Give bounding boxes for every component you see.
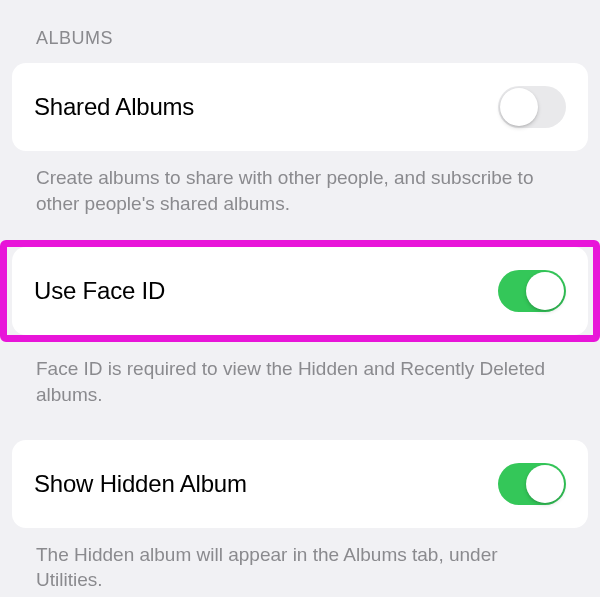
use-face-id-toggle[interactable] xyxy=(498,270,566,312)
toggle-knob xyxy=(526,272,564,310)
show-hidden-album-toggle[interactable] xyxy=(498,463,566,505)
shared-albums-toggle[interactable] xyxy=(498,86,566,128)
use-face-id-description: Face ID is required to view the Hidden a… xyxy=(12,342,588,431)
show-hidden-album-label: Show Hidden Album xyxy=(34,470,247,498)
show-hidden-album-description: The Hidden album will appear in the Albu… xyxy=(12,528,588,597)
show-hidden-album-row[interactable]: Show Hidden Album xyxy=(12,440,588,528)
highlight-annotation: Use Face ID xyxy=(0,240,600,342)
toggle-knob xyxy=(500,88,538,126)
shared-albums-description: Create albums to share with other people… xyxy=(12,151,588,240)
shared-albums-row[interactable]: Shared Albums xyxy=(12,63,588,151)
shared-albums-label: Shared Albums xyxy=(34,93,194,121)
toggle-knob xyxy=(526,465,564,503)
section-header-albums: ALBUMS xyxy=(12,0,588,63)
use-face-id-label: Use Face ID xyxy=(34,277,165,305)
use-face-id-row[interactable]: Use Face ID xyxy=(12,247,588,335)
